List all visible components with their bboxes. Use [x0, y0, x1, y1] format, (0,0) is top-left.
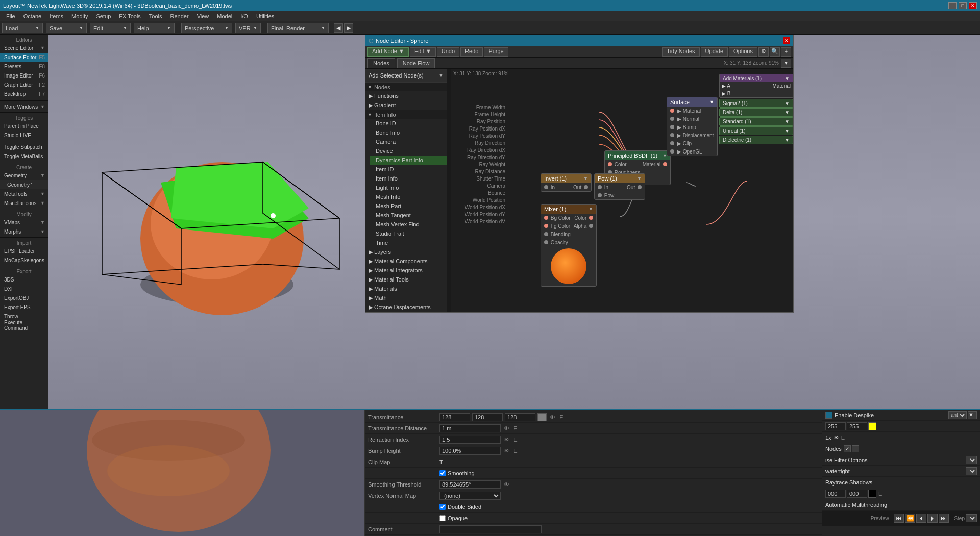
smoothing-checkbox[interactable]	[439, 470, 446, 476]
nl-mesh-part[interactable]: Mesh Part	[370, 201, 447, 211]
watertight-select[interactable]	[966, 467, 977, 475]
dielectric-node[interactable]: Dielectric (1) ▼	[719, 136, 793, 144]
nl-math[interactable]: ▶ Math	[365, 293, 447, 302]
bump-height-input[interactable]	[439, 447, 501, 455]
double-sided-checkbox[interactable]	[439, 504, 446, 510]
ne-redo-btn[interactable]: Redo	[460, 47, 483, 57]
enable-despike-indicator[interactable]	[825, 412, 832, 419]
ne-tidy-nodes-btn[interactable]: Tidy Nodes	[662, 47, 699, 57]
nl-header-arrow[interactable]: ▼	[438, 72, 444, 78]
ne-close-button[interactable]: ✕	[783, 37, 790, 44]
transmittance-distance-e[interactable]: E	[512, 425, 519, 431]
sidebar-toggle-subpatch[interactable]: Toggle Subpatch	[0, 142, 48, 151]
sidebar-toggle-metaballs[interactable]: Toggle MetaBalls	[0, 151, 48, 161]
ne-zoom-btn[interactable]: +	[781, 47, 791, 57]
ne-titlebar[interactable]: ⬡ Node Editor - Sphere ✕	[365, 35, 793, 46]
nl-group-nodes[interactable]: ▼Nodes	[365, 82, 447, 91]
shadow-g-input[interactable]	[847, 490, 867, 498]
menu-render[interactable]: Render	[166, 12, 193, 20]
filter-options-select[interactable]	[966, 456, 977, 464]
window-buttons[interactable]: — □ ✕	[948, 2, 977, 9]
pow-node[interactable]: Pow (1) ▼ In Out Pow	[594, 173, 645, 200]
menu-utilities[interactable]: Utilities	[252, 12, 278, 20]
sidebar-image-editor[interactable]: Image Editor F6	[0, 71, 48, 80]
transport-back[interactable]: ⏪	[905, 514, 915, 523]
nl-mesh-info[interactable]: Mesh Info	[370, 192, 447, 201]
sidebar-graph-editor[interactable]: Graph Editor F2	[0, 80, 48, 89]
menu-items[interactable]: Items	[45, 12, 67, 20]
refraction-input[interactable]	[439, 436, 501, 444]
nl-camera[interactable]: Camera	[370, 137, 447, 146]
transmittance-e[interactable]: E	[558, 414, 565, 420]
unreal-node[interactable]: Unreal (1) ▼	[719, 126, 793, 135]
transmittance-color-swatch[interactable]	[537, 413, 547, 421]
color-r-input[interactable]	[825, 422, 846, 430]
save-dropdown[interactable]: Save ▼	[46, 23, 87, 33]
nl-mesh-vertex-find[interactable]: Mesh Vertex Find	[370, 220, 447, 229]
mixer-node[interactable]: Mixer (1) ▼ Bg Color Color Fg Color Alph…	[541, 204, 597, 287]
k1x-eye[interactable]: 👁	[834, 435, 839, 441]
maximize-button[interactable]: □	[959, 2, 967, 9]
transmittance-r[interactable]	[439, 413, 470, 421]
transport-skip-back[interactable]: ⏮	[894, 514, 904, 523]
ne-undo-btn[interactable]: Undo	[437, 47, 459, 57]
menu-modify[interactable]: Modify	[67, 12, 92, 20]
ne-edit-btn[interactable]: Edit ▼	[410, 47, 436, 57]
transport-play[interactable]: ⏵	[927, 514, 938, 523]
edit-dropdown[interactable]: Edit ▼	[90, 23, 131, 33]
nl-dynamics-part-info[interactable]: Dynamics Part Info	[370, 156, 447, 165]
nodes-checkbox[interactable]: ✓	[844, 445, 851, 452]
menu-io[interactable]: I/O	[236, 12, 252, 20]
nl-gradient[interactable]: ▶ Gradient	[365, 100, 447, 110]
ne-search-btn[interactable]: 🔍	[770, 47, 780, 57]
nl-mesh-tangent[interactable]: Mesh Tangent	[370, 211, 447, 220]
transmittance-b[interactable]	[505, 413, 535, 421]
minimize-button[interactable]: —	[948, 2, 957, 9]
nl-time[interactable]: Time	[370, 238, 447, 247]
menu-model[interactable]: Model	[213, 12, 236, 20]
standard-node[interactable]: Standard (1) ▼	[719, 117, 793, 126]
transmittance-distance-eye[interactable]: 👁	[503, 425, 510, 431]
nl-item-id[interactable]: Item ID	[370, 165, 447, 174]
nl-materials[interactable]: ▶ Materials	[365, 284, 447, 293]
ne-add-node-btn[interactable]: Add Node ▼	[368, 47, 409, 57]
shadow-r-input[interactable]	[825, 490, 846, 498]
menu-setup[interactable]: Setup	[92, 12, 115, 20]
nl-bone-id[interactable]: Bone ID	[370, 119, 447, 128]
sidebar-more-windows[interactable]: More Windows ▼	[0, 102, 48, 111]
smoothing-threshold-eye[interactable]: 👁	[503, 481, 510, 488]
node-canvas[interactable]: X: 31 Y: 138 Zoom: 91%	[451, 69, 793, 312]
despike-dropdown[interactable]: ▼	[968, 411, 977, 419]
transmittance-distance-input[interactable]	[439, 424, 501, 432]
sigma2-node[interactable]: Sigma2 (1) ▼	[719, 99, 793, 108]
transmittance-eye[interactable]: 👁	[549, 414, 556, 420]
nl-material-components[interactable]: ▶ Material Components	[365, 257, 447, 266]
sidebar-dxf[interactable]: DXF	[0, 284, 48, 293]
sidebar-mocap[interactable]: MoCapSkelegons	[0, 256, 48, 265]
final-render-dropdown[interactable]: Final_Render ▼	[267, 23, 329, 33]
ne-options-btn[interactable]: Options	[729, 47, 757, 57]
bump-e[interactable]: E	[512, 448, 519, 454]
color-swatch[interactable]	[868, 422, 876, 430]
sidebar-geometry-sub[interactable]: Geometry '	[0, 180, 48, 189]
ne-collapse-btn[interactable]: ▼	[781, 59, 791, 68]
refraction-eye[interactable]: 👁	[503, 437, 510, 443]
shadow-color-swatch[interactable]	[868, 490, 876, 498]
nl-layers[interactable]: ▶ Layers	[365, 247, 447, 257]
ne-purge-btn[interactable]: Purge	[484, 47, 508, 57]
nl-material-integrators[interactable]: ▶ Material Integrators	[365, 266, 447, 275]
help-dropdown[interactable]: Help ▼	[134, 23, 175, 33]
menu-octane[interactable]: Octane	[19, 12, 45, 20]
nl-functions[interactable]: ▶ Functions	[365, 91, 447, 100]
vertex-normal-select[interactable]: (none)	[439, 492, 501, 500]
nl-studio-trait[interactable]: Studio Trait	[370, 229, 447, 238]
nl-group-iteminfo[interactable]: ▼Item Info	[365, 110, 447, 119]
menu-view[interactable]: View	[193, 12, 213, 20]
ne-tab-nodes[interactable]: Nodes	[368, 58, 395, 68]
toolbar-arrow-left[interactable]: ◀	[334, 23, 343, 33]
nl-octane-emission[interactable]: ▶ Octane Emission	[365, 312, 447, 312]
load-dropdown[interactable]: Load ▼	[2, 23, 43, 33]
delta-node[interactable]: Delta (1) ▼	[719, 108, 793, 117]
nl-item-info[interactable]: Item Info	[370, 174, 447, 183]
bump-eye[interactable]: 👁	[503, 448, 510, 454]
